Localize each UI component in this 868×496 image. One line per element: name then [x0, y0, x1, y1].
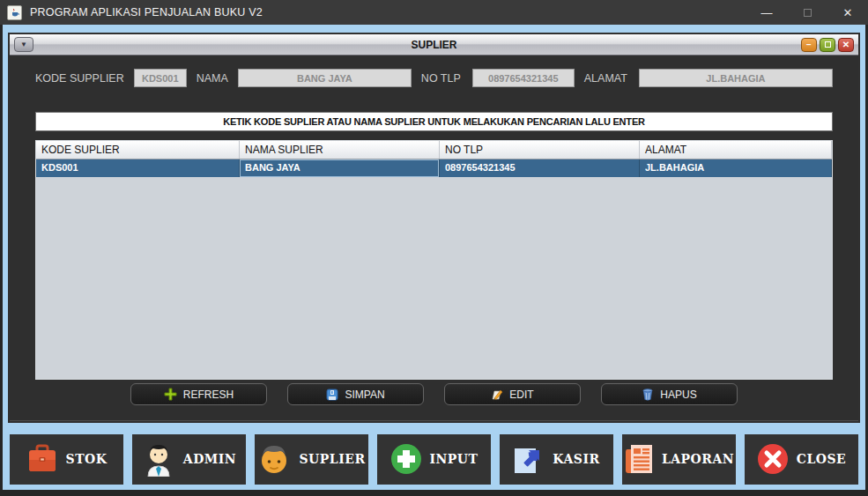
close-circle-icon — [757, 443, 789, 475]
kode-supplier-field[interactable] — [134, 69, 187, 87]
cell-nama-suplier[interactable]: BANG JAYA — [240, 159, 440, 177]
table-header: KODE SUPLIER NAMA SUPLIER NO TLP ALAMAT — [36, 141, 832, 159]
action-buttons: REFRESH SIMPAN EDIT — [10, 383, 858, 405]
floppy-icon — [326, 389, 338, 401]
supplier-table: KODE SUPLIER NAMA SUPLIER NO TLP ALAMAT … — [35, 140, 833, 380]
cell-kode-suplier[interactable]: KDS001 — [36, 159, 240, 177]
nama-field[interactable] — [238, 69, 412, 87]
window-minimize-button[interactable]: — — [746, 0, 787, 25]
close-button[interactable]: CLOSE — [745, 434, 858, 485]
alamat-label: ALAMAT — [584, 72, 627, 85]
pencil-icon — [491, 389, 503, 401]
suplier-button[interactable]: SUPLIER — [255, 434, 368, 485]
java-app-icon — [7, 5, 22, 20]
window-body: ▼ SUPLIER − ✕ KODE SUPPLIER NAMA NO TLP — [0, 25, 868, 496]
column-header-alamat[interactable]: ALAMAT — [640, 141, 832, 159]
app-title: PROGRAM APLIKASI PENJUALAN BUKU V2 — [30, 6, 263, 19]
internal-frame-titlebar: ▼ SUPLIER − ✕ — [10, 34, 858, 56]
simpan-button[interactable]: SIMPAN — [287, 383, 424, 405]
frame-title: SUPLIER — [10, 39, 858, 51]
frame-content: KODE SUPPLIER NAMA NO TLP ALAMAT KODE SU… — [10, 56, 858, 420]
hapus-button[interactable]: HAPUS — [601, 383, 738, 405]
report-icon — [624, 442, 654, 476]
alamat-field[interactable] — [639, 69, 833, 87]
admin-person-icon — [142, 441, 175, 477]
window-close-button[interactable]: ✕ — [827, 0, 868, 25]
kode-supplier-label: KODE SUPPLIER — [35, 72, 124, 85]
titlebar: PROGRAM APLIKASI PENJUALAN BUKU V2 — ✕ — [0, 0, 868, 25]
main-toolbar: STOK ADMIN SUPLIER INPUT — [3, 428, 865, 490]
suplier-internal-frame: ▼ SUPLIER − ✕ KODE SUPPLIER NAMA NO TLP — [8, 33, 860, 423]
table-row[interactable]: KDS001 BANG JAYA 0897654321345 JL.BAHAGI… — [36, 159, 832, 177]
cell-alamat[interactable]: JL.BAHAGIA — [640, 159, 832, 177]
app-window: PROGRAM APLIKASI PENJUALAN BUKU V2 — ✕ ▼… — [0, 0, 868, 496]
maximize-icon — [804, 9, 812, 17]
no-tlp-label: NO TLP — [421, 72, 461, 85]
search-input[interactable] — [35, 112, 833, 131]
frame-close-button[interactable]: ✕ — [838, 38, 854, 52]
frame-maximize-button[interactable] — [820, 38, 835, 52]
supplier-form: KODE SUPPLIER NAMA NO TLP ALAMAT — [35, 69, 833, 87]
column-header-kode-suplier[interactable]: KODE SUPLIER — [36, 141, 240, 159]
column-header-nama-suplier[interactable]: NAMA SUPLIER — [240, 141, 440, 159]
refresh-button[interactable]: REFRESH — [130, 383, 267, 405]
column-header-no-tlp[interactable]: NO TLP — [440, 141, 640, 159]
nama-label: NAMA — [197, 72, 228, 85]
table-empty-area — [36, 177, 832, 379]
boy-face-icon — [257, 441, 291, 477]
frame-minimize-button[interactable]: − — [801, 38, 817, 52]
chevron-down-icon: ▼ — [20, 41, 27, 48]
admin-button[interactable]: ADMIN — [132, 434, 246, 485]
kasir-button[interactable]: KASIR — [500, 434, 613, 485]
arrow-out-icon — [513, 443, 545, 475]
frame-menu-button[interactable]: ▼ — [14, 37, 33, 52]
window-maximize-button[interactable] — [787, 0, 827, 25]
maximize-icon — [825, 41, 831, 48]
cell-no-tlp[interactable]: 0897654321345 — [440, 159, 640, 177]
briefcase-icon — [26, 444, 58, 474]
plus-icon — [164, 388, 177, 401]
input-button[interactable]: INPUT — [377, 434, 491, 485]
laporan-button[interactable]: LAPORAN — [622, 434, 736, 485]
no-tlp-field[interactable] — [472, 69, 575, 87]
plus-circle-icon — [390, 443, 422, 475]
edit-button[interactable]: EDIT — [444, 383, 581, 405]
trash-icon — [642, 388, 654, 401]
stok-button[interactable]: STOK — [10, 434, 123, 485]
